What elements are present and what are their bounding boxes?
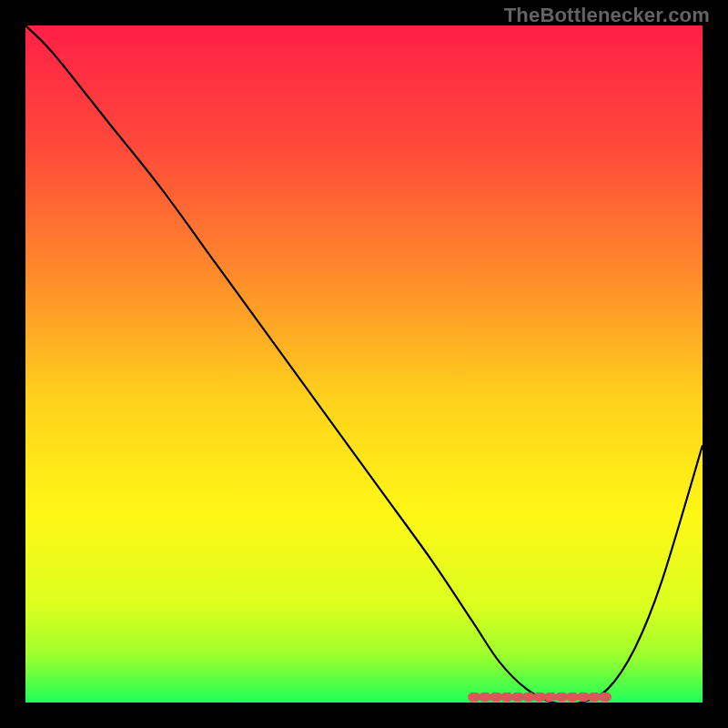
bottleneck-chart [0, 0, 728, 728]
watermark-text: TheBottleneсker.com [504, 4, 710, 27]
chart-stage: TheBottleneсker.com [0, 0, 728, 728]
gradient-background [25, 25, 703, 703]
